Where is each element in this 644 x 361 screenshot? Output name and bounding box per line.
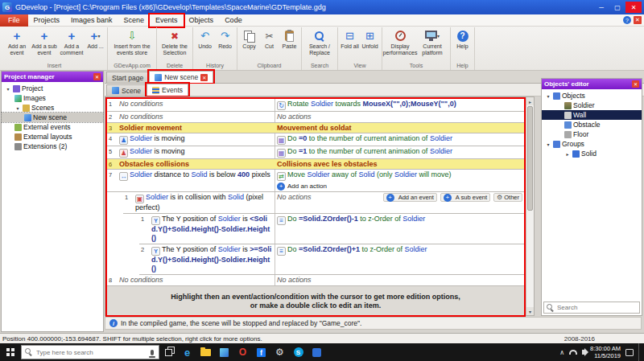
add-comment-button[interactable]: + Add a comment [58, 27, 85, 56]
tree-item-wall[interactable]: Wall [542, 110, 642, 120]
objects-search-input[interactable] [557, 304, 630, 311]
menu-events[interactable]: Events [150, 14, 184, 27]
add-event-button[interactable]: + Add an event [3, 27, 31, 56]
event-row-2[interactable]: 2 No conditions No actions [107, 112, 524, 123]
task-view-button[interactable] [159, 343, 178, 361]
expander-icon[interactable]: ▾ [5, 86, 11, 92]
tree-item-groups[interactable]: ▾ Groups [542, 139, 642, 149]
menubar-close-icon[interactable]: ✕ [634, 16, 642, 24]
search-replace-button[interactable]: Search / Replace [303, 27, 336, 56]
start-button[interactable] [0, 343, 21, 361]
tree-item-floor[interactable]: Floor [542, 129, 642, 139]
minimize-button[interactable]: ─ [593, 2, 609, 13]
event-row-4[interactable]: 4 ♟Soldier is moving ▦Do =0 to the numbe… [107, 133, 524, 146]
event-actions[interactable]: ≡Do =Solid.ZOrder()-1 to z-Order of Sold… [275, 214, 524, 244]
event-conditions[interactable]: ♟Soldier is moving [118, 133, 275, 146]
delete-selection-button[interactable]: ✖ Delete the Selection [159, 27, 191, 56]
maximize-button[interactable]: ▢ [609, 2, 625, 13]
tree-item-obstacle[interactable]: Obstacle [542, 120, 642, 129]
event-row-8[interactable]: 8 No conditions No actions [107, 275, 524, 286]
tree-item-extensions[interactable]: Extensions (2) [2, 142, 103, 151]
taskbar-search-input[interactable] [36, 349, 147, 356]
show-desktop-button[interactable] [638, 343, 641, 361]
facebook-button[interactable]: f [252, 343, 270, 361]
sub-sub-event-row-2[interactable]: 2 YThe Y position of Soldier is >=Solid.… [139, 244, 524, 275]
network-icon[interactable] [569, 350, 577, 355]
panel-close-icon[interactable]: ✕ [632, 80, 639, 88]
tab-events[interactable]: Events [147, 84, 188, 96]
event-conditions[interactable]: YThe Y position of Soldier is >=Solid.Y(… [150, 244, 275, 274]
close-button[interactable]: ✕ [625, 2, 642, 13]
taskbar-clock[interactable]: 8:30:00 AM 11/5/2019 [590, 345, 621, 359]
tab-close-icon[interactable]: ✕ [200, 74, 208, 81]
scroll-down-icon[interactable]: ▾ [526, 307, 534, 315]
copy-button[interactable]: Copy [239, 27, 259, 50]
event-row-5[interactable]: 5 ♟Soldier is moving ▦Do =1 to the numbe… [107, 146, 524, 159]
browser-button[interactable]: e [178, 343, 196, 361]
other-link[interactable]: ⚙ Other [493, 193, 522, 202]
menubar-help-icon[interactable]: ? [623, 16, 631, 24]
event-actions[interactable]: ▦Do =1 to the number of current animatio… [275, 146, 524, 158]
event-actions[interactable]: No actions + Add an event + A sub event [275, 192, 524, 213]
tree-item-external-layouts[interactable]: External layouts [2, 132, 103, 142]
panel-close-icon[interactable]: ✕ [93, 73, 101, 80]
tree-item-objects[interactable]: ▾ Objects [542, 91, 642, 101]
event-conditions[interactable]: ♟Soldier is moving [118, 146, 275, 158]
expander-icon[interactable]: ▸ [564, 151, 571, 157]
menu-code[interactable]: Code [219, 14, 248, 27]
undo-button[interactable]: ↶ Undo [195, 27, 215, 50]
opera-button[interactable]: O [233, 343, 252, 361]
comment-row-6[interactable]: 6 Obstacles collisions Collisions avec l… [107, 159, 524, 170]
events-store-button[interactable]: ⇩ Insert from the events store [109, 27, 155, 56]
tree-item-images[interactable]: Images [2, 93, 103, 103]
current-platform-button[interactable]: ▾ Current platform [416, 27, 448, 56]
tree-item-soldier[interactable]: Soldier [542, 101, 642, 110]
scroll-up-icon[interactable]: ▸ [526, 97, 534, 105]
event-conditions[interactable]: YThe Y position of Soldier is <Solid.Y()… [150, 214, 275, 244]
photos-button[interactable] [215, 343, 233, 361]
event-actions[interactable]: No actions [275, 275, 524, 285]
action-center-icon[interactable] [625, 349, 634, 356]
sub-event-row-1[interactable]: 1 ▣Soldier is in collision with Solid (p… [123, 192, 524, 214]
event-conditions[interactable]: No conditions [118, 99, 275, 111]
tree-item-solid[interactable]: ▸ Solid [542, 149, 642, 158]
event-conditions[interactable]: ▣Soldier is in collision with Solid (pix… [134, 192, 275, 213]
tab-new-scene[interactable]: New scene ✕ [149, 71, 213, 83]
tree-item-external-events[interactable]: External events [2, 122, 103, 132]
display-performances-button[interactable]: Display performances [384, 27, 416, 56]
add-sub-event-button[interactable]: + Add a sub event [31, 27, 58, 56]
tree-item-project[interactable]: ▾ Project [2, 84, 103, 93]
unfold-button[interactable]: ⊞ Unfold [360, 27, 380, 50]
event-row-1[interactable]: 1 No conditions ↻Rotate Soldier towards … [107, 99, 524, 112]
add-sub-event-link[interactable]: + A sub event [440, 193, 490, 202]
objects-search-box[interactable] [543, 302, 640, 314]
menu-images-bank[interactable]: Images bank [65, 14, 118, 27]
tab-start-page[interactable]: Start page [106, 72, 149, 83]
event-conditions[interactable]: ↔Soldier distance to Solid is below 400 … [118, 170, 275, 191]
comment-row-3[interactable]: 3 Soldier movement Mouvement du soldat [107, 123, 524, 133]
scrollbar-thumb[interactable] [527, 106, 533, 211]
help-button[interactable]: ? Help [452, 27, 473, 50]
event-actions[interactable]: ⇄Move Soldier away of Solid (only Soldie… [275, 170, 524, 191]
redo-button[interactable]: ↷ Redo [215, 27, 235, 50]
tray-expand-icon[interactable]: ∧ [559, 349, 564, 356]
expander-icon[interactable]: ▾ [545, 93, 551, 99]
add-action-button[interactable]: + Add an action [277, 182, 522, 191]
vertical-scrollbar[interactable]: ▸ ▾ [526, 97, 534, 315]
menu-objects[interactable]: Objects [184, 14, 220, 27]
add-more-button[interactable]: +▾ Add ... [85, 27, 105, 50]
expander-icon[interactable]: ▾ [545, 142, 551, 147]
volume-icon[interactable] [582, 350, 585, 355]
event-actions[interactable]: ≡Do =Solid.ZOrder()+1 to z-Order of Sold… [275, 244, 524, 274]
sub-sub-event-row-1[interactable]: 1 YThe Y position of Soldier is <Solid.Y… [139, 214, 524, 244]
tree-item-new-scene[interactable]: New scene [2, 113, 103, 122]
settings-button[interactable]: ⚙ [270, 343, 289, 361]
event-conditions[interactable]: No conditions [118, 112, 275, 122]
event-actions[interactable]: ↻Rotate Soldier towards MouseX("",0);Mou… [275, 99, 524, 111]
file-explorer-button[interactable] [196, 343, 215, 361]
event-actions[interactable]: ▦Do =0 to the number of current animatio… [275, 133, 524, 146]
fold-all-button[interactable]: ⊟ Fold all [340, 27, 360, 50]
tab-scene[interactable]: Scene [106, 84, 147, 96]
menu-file[interactable]: File [0, 14, 28, 27]
app-button[interactable] [308, 343, 326, 361]
